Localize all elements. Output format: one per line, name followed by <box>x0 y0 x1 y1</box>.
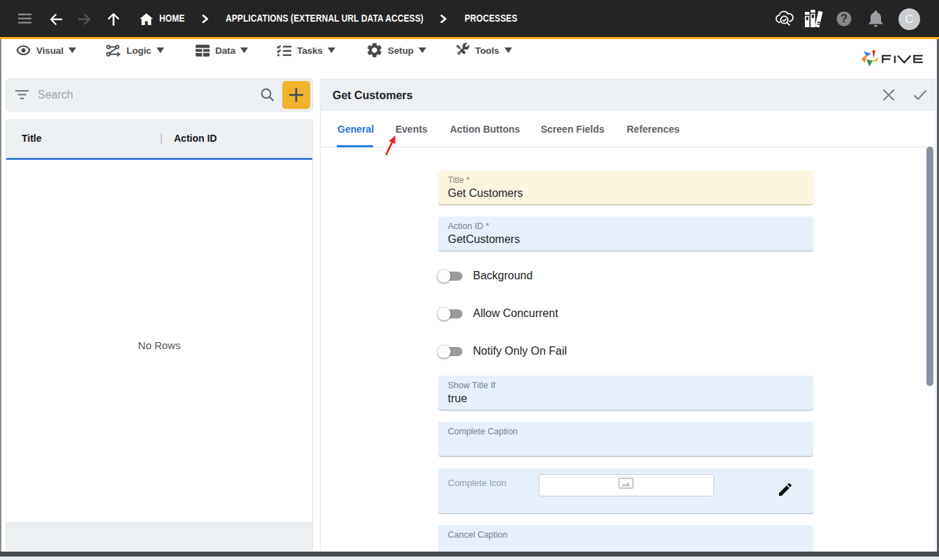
svg-text:?: ? <box>840 12 847 24</box>
